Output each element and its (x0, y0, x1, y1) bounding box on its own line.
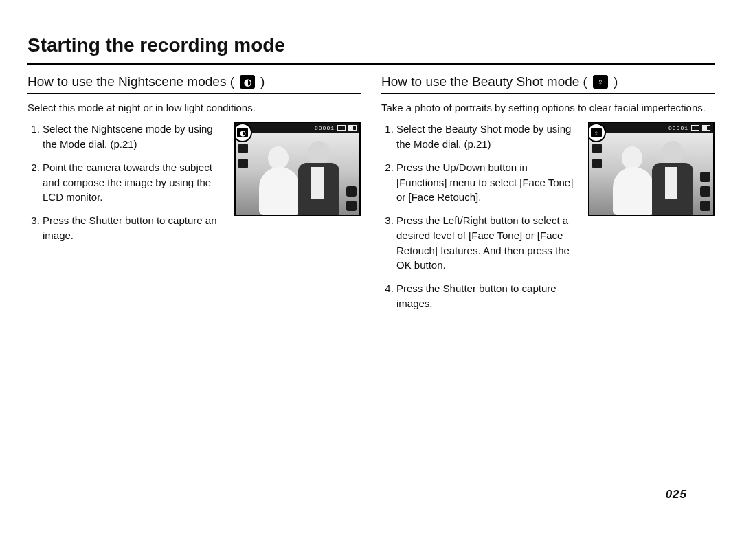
list-item: Select the Nightscene mode by using the … (43, 122, 225, 152)
sample-photo (236, 133, 359, 215)
beautyshot-intro: Take a photo of portraits by setting opt… (381, 101, 715, 115)
battery-icon (348, 125, 357, 131)
heading-text-post: ) (614, 74, 618, 89)
lcd-left-icons (238, 144, 248, 168)
beauty-shot-mode-icon: ♀ (593, 75, 608, 89)
sample-photo (589, 133, 713, 215)
beautyshot-heading: How to use the Beauty Shot mode ( ♀ ) (381, 74, 715, 94)
osd-icon (592, 144, 602, 153)
manual-page: Starting the recording mode How to use t… (27, 0, 715, 526)
nightscene-content: Select the Nightscene mode by using the … (27, 122, 361, 251)
osd-icon (346, 201, 357, 211)
osd-icon (700, 172, 710, 182)
beautyshot-content: Select the Beauty Shot mode by using the… (381, 122, 715, 319)
content-columns: How to use the Nightscene modes ( ◐ ) Se… (27, 74, 715, 320)
beautyshot-lcd-preview: 00001 ♀ (588, 122, 715, 216)
beautyshot-steps: Select the Beauty Shot mode by using the… (381, 122, 578, 319)
list-item: Press the Shutter button to capture an i… (43, 213, 225, 243)
shots-remaining: 00001 (315, 125, 335, 131)
nightscene-mode-icon: ◐ (240, 75, 255, 89)
nightscene-steps: Select the Nightscene mode by using the … (27, 122, 225, 251)
list-item: Point the camera towards the subject and… (43, 160, 225, 205)
osd-icon (238, 144, 248, 153)
heading-text-pre: How to use the Nightscene modes ( (27, 74, 234, 89)
heading-text-post: ) (260, 74, 265, 89)
lcd-right-icons (700, 172, 710, 211)
shots-remaining: 00001 (668, 125, 688, 131)
osd-icon (346, 186, 357, 197)
nightscene-heading: How to use the Nightscene modes ( ◐ ) (27, 74, 361, 94)
list-item: Press the Up/Down button in [Functions] … (396, 160, 578, 205)
battery-icon (702, 125, 710, 131)
page-title: Starting the recording mode (27, 34, 715, 65)
lcd-topbar: 00001 (236, 123, 359, 133)
left-column: How to use the Nightscene modes ( ◐ ) Se… (27, 74, 361, 320)
list-item: Select the Beauty Shot mode by using the… (396, 122, 578, 152)
heading-text-pre: How to use the Beauty Shot mode ( (381, 74, 587, 89)
nightscene-mode-icon: ◐ (237, 128, 248, 137)
right-column: How to use the Beauty Shot mode ( ♀ ) Ta… (381, 74, 715, 320)
osd-icon (592, 159, 602, 168)
osd-icon (238, 159, 248, 168)
osd-icon (700, 186, 710, 197)
memory-card-icon (691, 125, 699, 131)
page-number: 025 (666, 488, 687, 502)
lcd-right-icons (346, 186, 357, 211)
memory-card-icon (337, 125, 346, 131)
nightscene-lcd-preview: 00001 ◐ (234, 122, 361, 216)
osd-icon (700, 201, 710, 211)
list-item: Press the Shutter button to capture imag… (396, 281, 578, 311)
list-item: Press the Left/Right button to select a … (396, 213, 578, 273)
lcd-topbar: 00001 (589, 123, 713, 133)
nightscene-intro: Select this mode at night or in low ligh… (27, 101, 361, 115)
beauty-shot-mode-icon: ♀ (591, 128, 602, 137)
lcd-left-icons (592, 144, 602, 168)
